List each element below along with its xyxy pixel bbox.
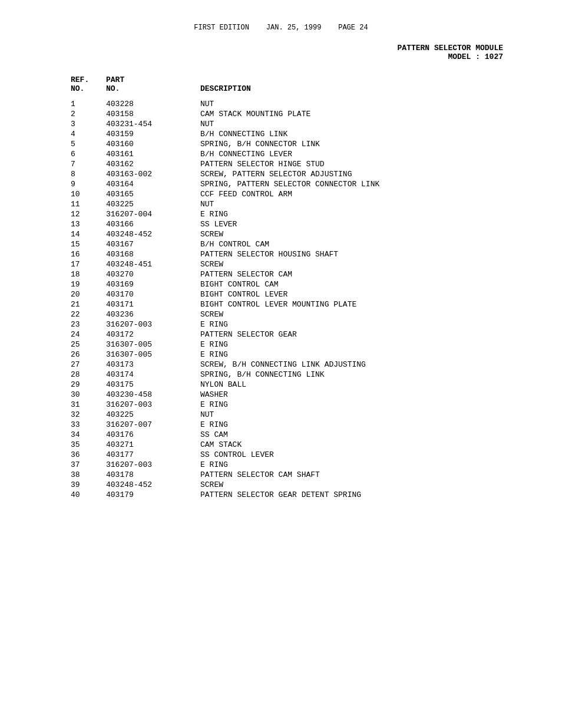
part-no: 403248-452 — [106, 480, 200, 490]
part-no: 403230-458 — [106, 390, 200, 400]
part-header-1: PART — [106, 75, 200, 84]
ref-no: 15 — [71, 239, 106, 249]
ref-no: 25 — [71, 340, 106, 350]
part-no: 403271 — [106, 440, 200, 450]
description: SCREW — [200, 229, 562, 239]
table-row: 40403179PATTERN SELECTOR GEAR DETENT SPR… — [71, 490, 562, 500]
part-no: 403177 — [106, 450, 200, 460]
description: BIGHT CONTROL LEVER MOUNTING PLATE — [200, 299, 562, 309]
table-row: 37316207-003E RING — [71, 460, 562, 470]
page-header: FIRST EDITION JAN. 25, 1999 PAGE 24 — [35, 24, 527, 32]
table-row: 38403178PATTERN SELECTOR CAM SHAFT — [71, 470, 562, 480]
description: E RING — [200, 319, 562, 330]
part-no: 403162 — [106, 159, 200, 169]
table-row: 30403230-458WASHER — [71, 390, 562, 400]
ref-no: 16 — [71, 249, 106, 259]
description: PATTERN SELECTOR CAM SHAFT — [200, 470, 562, 480]
table-row: 4403159B/H CONNECTING LINK — [71, 129, 562, 139]
ref-header-1: REF. — [71, 75, 106, 84]
part-no: 316207-004 — [106, 209, 200, 219]
table-row: 39403248-452SCREW — [71, 480, 562, 490]
table-row: 36403177SS CONTROL LEVER — [71, 450, 562, 460]
part-no: 403270 — [106, 269, 200, 279]
part-no: 403236 — [106, 309, 200, 319]
part-no: 316307-005 — [106, 340, 200, 350]
part-no: 403169 — [106, 279, 200, 289]
ref-no: 5 — [71, 139, 106, 149]
description: SS CONTROL LEVER — [200, 450, 562, 460]
part-no: 403171 — [106, 299, 200, 309]
part-no: 403165 — [106, 189, 200, 199]
ref-no: 8 — [71, 169, 106, 179]
desc-header: DESCRIPTION — [200, 84, 562, 99]
description: NUT — [200, 199, 562, 209]
ref-no: 12 — [71, 209, 106, 219]
table-row: 13403166SS LEVER — [71, 219, 562, 229]
table-row: 25316307-005E RING — [71, 340, 562, 350]
description: SPRING, B/H CONNECTING LINK — [200, 370, 562, 380]
table-row: 23316207-003E RING — [71, 319, 562, 330]
ref-no: 22 — [71, 309, 106, 319]
table-row: 2403158CAM STACK MOUNTING PLATE — [71, 109, 562, 119]
part-no: 403225 — [106, 410, 200, 420]
description: NUT — [200, 410, 562, 420]
table-row: 7403162PATTERN SELECTOR HINGE STUD — [71, 159, 562, 169]
ref-no: 4 — [71, 129, 106, 139]
ref-no: 17 — [71, 259, 106, 269]
description: SCREW — [200, 259, 562, 269]
part-no: 403161 — [106, 149, 200, 159]
description: E RING — [200, 420, 562, 430]
ref-no: 13 — [71, 219, 106, 229]
part-no: 316207-003 — [106, 460, 200, 470]
ref-no: 37 — [71, 460, 106, 470]
edition-label: FIRST EDITION — [194, 24, 249, 32]
part-no: 316207-003 — [106, 319, 200, 330]
table-row: 20403170BIGHT CONTROL LEVER — [71, 289, 562, 299]
description: PATTERN SELECTOR GEAR — [200, 330, 562, 340]
ref-no: 27 — [71, 360, 106, 370]
table-row: 12316207-004E RING — [71, 209, 562, 219]
ref-no: 11 — [71, 199, 106, 209]
ref-no: 7 — [71, 159, 106, 169]
part-no: 316207-003 — [106, 400, 200, 410]
ref-no: 30 — [71, 390, 106, 400]
description: SS CAM — [200, 430, 562, 440]
part-no: 403175 — [106, 380, 200, 390]
ref-no: 40 — [71, 490, 106, 500]
description: SPRING, PATTERN SELECTOR CONNECTOR LINK — [200, 179, 562, 189]
part-no: 403174 — [106, 370, 200, 380]
description: CAM STACK MOUNTING PLATE — [200, 109, 562, 119]
description: E RING — [200, 340, 562, 350]
table-row: 3403231-454NUT — [71, 119, 562, 129]
ref-no: 18 — [71, 269, 106, 279]
part-no: 403168 — [106, 249, 200, 259]
part-no: 403163-002 — [106, 169, 200, 179]
table-row: 22403236SCREW — [71, 309, 562, 319]
page-label: PAGE 24 — [338, 24, 368, 32]
description: PATTERN SELECTOR HOUSING SHAFT — [200, 249, 562, 259]
ref-no: 10 — [71, 189, 106, 199]
description: PATTERN SELECTOR GEAR DETENT SPRING — [200, 490, 562, 500]
table-row: 28403174SPRING, B/H CONNECTING LINK — [71, 370, 562, 380]
table-row: 10403165CCF FEED CONTROL ARM — [71, 189, 562, 199]
header-row-2: NO. NO. DESCRIPTION — [71, 84, 562, 99]
ref-no: 36 — [71, 450, 106, 460]
description: PATTERN SELECTOR HINGE STUD — [200, 159, 562, 169]
part-no: 316207-007 — [106, 420, 200, 430]
table-row: 14403248-452SCREW — [71, 229, 562, 239]
description: NUT — [200, 119, 562, 129]
table-row: 9403164SPRING, PATTERN SELECTOR CONNECTO… — [71, 179, 562, 189]
table-row: 21403171BIGHT CONTROL LEVER MOUNTING PLA… — [71, 299, 562, 309]
part-no: 403158 — [106, 109, 200, 119]
description: PATTERN SELECTOR CAM — [200, 269, 562, 279]
part-no: 403160 — [106, 139, 200, 149]
table-row: 19403169BIGHT CONTROL CAM — [71, 279, 562, 289]
table-row: 18403270PATTERN SELECTOR CAM — [71, 269, 562, 279]
part-no: 403231-454 — [106, 119, 200, 129]
ref-no: 19 — [71, 279, 106, 289]
description: E RING — [200, 460, 562, 470]
part-no: 403167 — [106, 239, 200, 249]
description: SS LEVER — [200, 219, 562, 229]
description: SCREW, PATTERN SELECTOR ADJUSTING — [200, 169, 562, 179]
description: B/H CONNECTING LEVER — [200, 149, 562, 159]
